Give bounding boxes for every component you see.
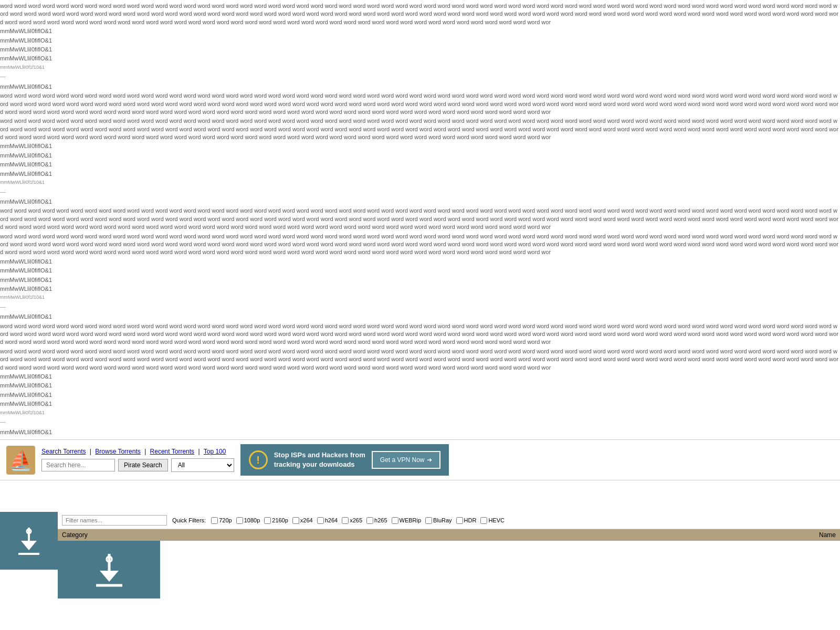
vpn-btn-arrow-icon: ➜ (427, 456, 432, 464)
pirate-logo: ⛵ (6, 446, 35, 475)
svg-marker-4 (21, 541, 37, 550)
name-column-header: Name (819, 531, 836, 539)
bg-line2: mmMwWLliI0fiflO&1 (0, 37, 840, 45)
background-text-area: word word word word word word word word … (0, 0, 840, 439)
recent-torrents-link[interactable]: Recent Torrents (150, 448, 195, 455)
browse-torrents-link[interactable]: Browse Torrents (95, 448, 140, 455)
search-torrents-link[interactable]: Search Torrents (41, 448, 86, 455)
search-input[interactable] (41, 459, 115, 471)
vpn-btn-label: Get a VPN Now (380, 456, 425, 464)
filter-hevc[interactable]: HEVC (480, 517, 505, 524)
svg-marker-8 (100, 571, 119, 582)
left-thumbnails (0, 512, 58, 598)
filter-checkboxes: 720p 1080p 2160p x264 h264 x265 h265 WEB… (211, 517, 505, 524)
vpn-banner: ! Stop ISPs and Hackers from tracking yo… (240, 444, 449, 476)
filter-x265[interactable]: x265 (342, 517, 362, 524)
checkbox-1080p[interactable] (236, 517, 243, 524)
bg-line3: mmMwWLliI0fiflO&1 (0, 46, 840, 54)
category-header: Category Name (58, 529, 840, 541)
vpn-text: Stop ISPs and Hackers from tracking your… (274, 450, 365, 469)
lower-right: Quick Filters: 720p 1080p 2160p x264 h26… (58, 512, 840, 598)
bg-line1: mmMwWLliI0fiflO&1 (0, 27, 840, 35)
bg-word-line: word word word word word word word word … (0, 2, 840, 26)
pirate-search-bar: ⛵ Search Torrents | Browse Torrents | Re… (0, 439, 840, 480)
checkbox-x264[interactable] (292, 517, 299, 524)
vpn-text-line2: tracking your downloads (274, 460, 365, 469)
spacer (0, 480, 840, 512)
filter-h264[interactable]: h264 (317, 517, 338, 524)
large-thumbnail (58, 541, 160, 598)
filter-x264[interactable]: x264 (292, 517, 313, 524)
lower-section: Quick Filters: 720p 1080p 2160p x264 h26… (0, 512, 840, 598)
checkbox-h265[interactable] (366, 517, 373, 524)
filter-bar: Quick Filters: 720p 1080p 2160p x264 h26… (58, 512, 840, 529)
svg-text:⛵: ⛵ (9, 449, 33, 471)
checkbox-x265[interactable] (342, 517, 349, 524)
warning-exclamation: ! (256, 454, 260, 466)
pirate-search-row: Pirate Search All Audio Video Applicatio… (41, 458, 234, 472)
filter-720p[interactable]: 720p (211, 517, 232, 524)
nav-sep-3: | (198, 448, 200, 455)
bottom-thumbnails-row (58, 541, 840, 598)
checkbox-hevc[interactable] (480, 517, 487, 524)
checkbox-h264[interactable] (317, 517, 324, 524)
filter-hdr[interactable]: HDR (456, 517, 477, 524)
get-vpn-button[interactable]: Get a VPN Now ➜ (372, 451, 440, 469)
filter-1080p[interactable]: 1080p (236, 517, 260, 524)
pirate-search-button[interactable]: Pirate Search (118, 459, 168, 471)
nav-sep-2: | (144, 448, 146, 455)
pirate-nav-links: Search Torrents | Browse Torrents | Rece… (41, 448, 234, 455)
checkbox-720p[interactable] (211, 517, 218, 524)
checkbox-webrip[interactable] (392, 517, 398, 524)
nav-sep-1: | (90, 448, 91, 455)
filter-2160p[interactable]: 2160p (264, 517, 288, 524)
thumbnail-1 (0, 512, 58, 570)
quick-filters-label: Quick Filters: (172, 517, 206, 523)
bg-line6: mmMwWLliI0fiflO&1 (0, 83, 840, 91)
checkbox-2160p[interactable] (264, 517, 271, 524)
vpn-text-line1: Stop ISPs and Hackers from (274, 450, 365, 460)
filter-webrip[interactable]: WEBRip (392, 517, 422, 524)
filter-names-input[interactable] (62, 515, 167, 526)
category-column-header: Category (62, 531, 88, 539)
checkbox-hdr[interactable] (456, 517, 463, 524)
filter-bluray[interactable]: BluRay (425, 517, 452, 524)
bg-line5: mmMwWLliI0f1f10&1 (0, 64, 840, 71)
checkbox-bluray[interactable] (425, 517, 432, 524)
bg-sep1: — (0, 72, 840, 80)
top-100-link[interactable]: Top 100 (204, 448, 226, 455)
filter-h265[interactable]: h265 (366, 517, 387, 524)
category-select[interactable]: All Audio Video Applications Games Porn … (171, 458, 234, 472)
vpn-warning-icon: ! (249, 450, 268, 469)
pirate-search-content: Search Torrents | Browse Torrents | Rece… (41, 448, 234, 472)
bg-line4: mmMwWLliI0fiflO&1 (0, 55, 840, 62)
